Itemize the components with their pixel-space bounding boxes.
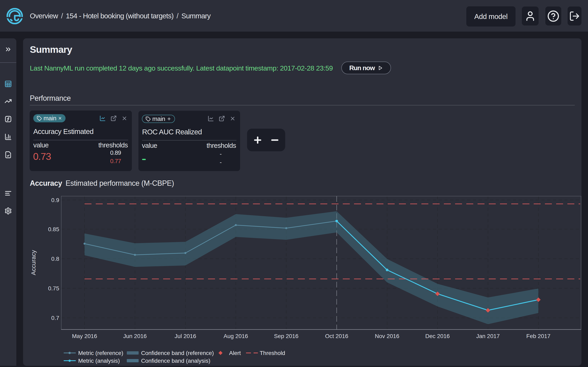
svg-text:0.8: 0.8 (51, 256, 59, 262)
svg-text:0.9: 0.9 (51, 197, 59, 203)
svg-text:0.75: 0.75 (48, 285, 60, 292)
svg-text:Feb 2017: Feb 2017 (526, 333, 550, 339)
svg-text:Jun 2016: Jun 2016 (123, 333, 147, 339)
svg-text:Aug 2016: Aug 2016 (224, 333, 248, 339)
svg-text:Jan 2017: Jan 2017 (476, 333, 500, 339)
svg-text:Alert: Alert (229, 350, 241, 356)
svg-text:Threshold: Threshold (260, 350, 285, 356)
svg-text:Jul 2016: Jul 2016 (174, 333, 196, 339)
svg-text:May 2016: May 2016 (72, 333, 97, 339)
svg-text:Oct 2016: Oct 2016 (325, 333, 348, 339)
svg-text:Confidence band (reference): Confidence band (reference) (141, 350, 214, 356)
svg-text:Sep 2016: Sep 2016 (274, 333, 298, 339)
svg-text:Metric (analysis): Metric (analysis) (78, 358, 120, 364)
svg-text:Metric (reference): Metric (reference) (78, 350, 123, 356)
svg-text:Dec 2016: Dec 2016 (425, 333, 450, 339)
svg-text:0.85: 0.85 (48, 226, 60, 233)
svg-text:Nov 2016: Nov 2016 (375, 333, 399, 339)
svg-text:Accuracy: Accuracy (30, 250, 37, 275)
svg-text:0.7: 0.7 (51, 315, 59, 321)
svg-text:Confidence band (analysis): Confidence band (analysis) (141, 358, 210, 364)
